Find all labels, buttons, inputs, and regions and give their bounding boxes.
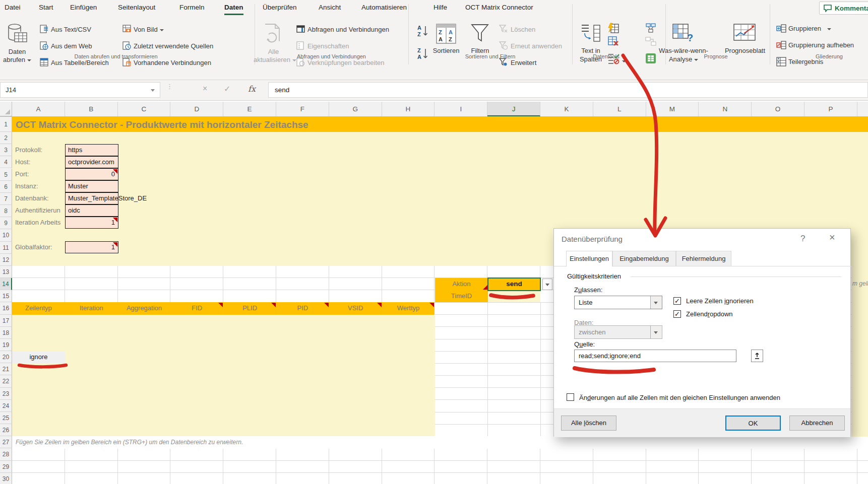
column-header-F[interactable]: F: [276, 102, 329, 116]
cell-dropdown-button[interactable]: [542, 279, 552, 290]
cell-port[interactable]: 0: [65, 168, 118, 180]
row-header-5[interactable]: 5: [0, 169, 12, 181]
row-header-12[interactable]: 12: [0, 254, 12, 266]
row-header-9[interactable]: 9: [0, 217, 12, 229]
select-all-button[interactable]: [0, 102, 12, 116]
advanced-filter-button[interactable]: Erweitert: [511, 59, 536, 66]
table-header-vsid[interactable]: VSID: [329, 302, 382, 314]
row-header-20[interactable]: 20: [0, 351, 12, 363]
cell-protokoll[interactable]: https: [65, 144, 118, 156]
column-header-G[interactable]: G: [329, 102, 382, 116]
row-header-25[interactable]: 25: [0, 412, 12, 424]
formula-bar-splitter[interactable]: ⋮: [166, 85, 168, 95]
tab-fehlermeldung[interactable]: Fehlermeldung: [676, 251, 731, 266]
menu-tab-start[interactable]: Start: [39, 4, 53, 11]
row-header-15[interactable]: 15: [0, 290, 12, 302]
row-header-23[interactable]: 23: [0, 388, 12, 400]
allow-combo[interactable]: Liste: [574, 296, 662, 309]
cell-globalfaktor[interactable]: 1: [65, 241, 118, 253]
column-header-M[interactable]: M: [646, 102, 699, 116]
row-header-14[interactable]: 14: [0, 278, 12, 290]
name-box[interactable]: J14: [0, 82, 160, 98]
source-input[interactable]: read;send;ignore;end: [574, 350, 736, 362]
menu-tab-seitenlayout[interactable]: Seitenlayout: [118, 4, 155, 11]
row-header-1[interactable]: 1: [0, 117, 12, 132]
menu-tab-hilfe[interactable]: Hilfe: [433, 4, 447, 11]
table-header-iteration[interactable]: Iteration: [65, 302, 118, 314]
menu-tab-formeln[interactable]: Formeln: [179, 4, 205, 11]
apply-all-checkbox[interactable]: [567, 393, 574, 401]
combo-dropdown-icon[interactable]: [650, 296, 662, 309]
row-header-19[interactable]: 19: [0, 339, 12, 351]
row-header-24[interactable]: 24: [0, 400, 12, 412]
formula-input[interactable]: send: [268, 82, 868, 98]
cell-send-selected[interactable]: send: [488, 278, 540, 291]
column-header-K[interactable]: K: [540, 102, 593, 116]
recent-sources-button[interactable]: Zuletzt verwendete Quellen: [134, 42, 213, 50]
from-web-button[interactable]: Aus dem Web: [51, 42, 92, 50]
enter-entry-icon[interactable]: ✓: [224, 84, 230, 94]
cell-instanz[interactable]: Muster: [65, 180, 118, 192]
row-header-30[interactable]: 30: [0, 473, 12, 484]
menu-tab-oct-matrix-connector[interactable]: OCT Matrix Connector: [465, 4, 533, 11]
table-header-fid[interactable]: FID: [170, 302, 223, 314]
sort-az-icon[interactable]: AZ: [416, 24, 430, 40]
row-header-29[interactable]: 29: [0, 461, 12, 473]
table-header-zeilentyp[interactable]: Zeilentyp: [12, 302, 65, 314]
cancel-button[interactable]: Abbrechen: [789, 416, 845, 431]
row-header-26[interactable]: 26: [0, 424, 12, 436]
column-header-C[interactable]: C: [118, 102, 171, 116]
cancel-entry-icon[interactable]: ×: [203, 84, 207, 93]
from-picture-button[interactable]: Von Bild: [134, 26, 164, 33]
consolidate-icon[interactable]: [645, 22, 657, 36]
row-header-4[interactable]: 4: [0, 156, 12, 168]
ungroup-button[interactable]: Gruppierung aufheben: [788, 41, 854, 49]
row-header-11[interactable]: 11: [0, 242, 12, 254]
clear-filter-button[interactable]: Löschen: [511, 26, 535, 33]
table-header-pid[interactable]: PID: [276, 302, 329, 314]
menu-tab-automatisieren[interactable]: Automatisieren: [361, 4, 407, 11]
row-header-27[interactable]: 27: [0, 436, 12, 448]
row-header-28[interactable]: 28: [0, 448, 12, 460]
help-icon[interactable]: ?: [800, 234, 805, 244]
remove-duplicates-icon[interactable]: [607, 35, 619, 49]
column-header-B[interactable]: B: [65, 102, 118, 116]
insert-function-icon[interactable]: fx: [248, 84, 256, 94]
row-header-17[interactable]: 17: [0, 315, 12, 327]
menu-tab-ansicht[interactable]: Ansicht: [319, 4, 341, 11]
column-header-L[interactable]: L: [593, 102, 646, 116]
table-header-aggregation[interactable]: Aggregation: [118, 302, 171, 314]
group-button[interactable]: Gruppieren: [788, 25, 831, 32]
column-header-P[interactable]: P: [804, 102, 857, 116]
cell-host[interactable]: octprovider.com: [65, 156, 118, 168]
column-header-N[interactable]: N: [699, 102, 752, 116]
row-header-21[interactable]: 21: [0, 363, 12, 375]
close-icon[interactable]: ×: [829, 232, 835, 243]
cell-j15[interactable]: [488, 290, 540, 302]
tab-eingabemeldung[interactable]: Eingabemeldung: [612, 251, 676, 266]
cell-timeid[interactable]: TimeID: [435, 290, 488, 302]
queries-connections-button[interactable]: Abfragen und Verbindungen: [307, 26, 389, 33]
row-header-2[interactable]: 2: [0, 132, 12, 144]
row-header-13[interactable]: 13: [0, 266, 12, 278]
properties-button[interactable]: Eigenschaften: [307, 42, 349, 50]
name-box-dropdown-icon[interactable]: [151, 89, 155, 92]
in-cell-dropdown-checkbox[interactable]: ✓: [673, 310, 681, 318]
column-header-E[interactable]: E: [223, 102, 276, 116]
menu-tab-daten[interactable]: Daten: [224, 4, 243, 15]
collapse-dialog-button[interactable]: [751, 350, 763, 362]
column-header-O[interactable]: O: [752, 102, 804, 116]
row-header-16[interactable]: 16: [0, 302, 12, 314]
row-header-3[interactable]: 3: [0, 144, 12, 156]
row-header-10[interactable]: 10: [0, 229, 12, 241]
menu-tab-datei[interactable]: Datei: [5, 4, 21, 11]
table-header-werttyp[interactable]: Werttyp: [382, 302, 435, 314]
get-data-button[interactable]: Daten: [0, 48, 34, 55]
cell-authentifizierung[interactable]: oidc: [65, 204, 118, 217]
table-header-plid[interactable]: PLID: [223, 302, 276, 314]
ignore-blank-checkbox[interactable]: ✓: [673, 297, 681, 305]
cell-ignore[interactable]: ignore: [12, 351, 65, 363]
row-header-8[interactable]: 8: [0, 205, 12, 217]
tab-einstellungen[interactable]: Einstellungen: [566, 251, 612, 267]
edit-links-button[interactable]: Verknüpfungen bearbeiten: [307, 59, 385, 66]
